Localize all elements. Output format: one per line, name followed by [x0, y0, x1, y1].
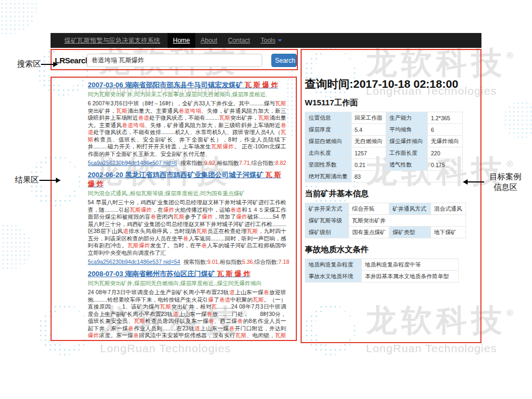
target-case-info-box: 查询时间:2017-10-18 02:18:00 W15117工作面位置信息回采…	[301, 49, 481, 343]
result-item: 2002-06-20 黑龙江省鸡西市鸡西矿业集团公司城子河煤矿 瓦 斯 爆 炸同…	[88, 171, 286, 266]
result-id-link[interactable]: 5ca9a256230b94dc1486e537 nid=54	[88, 259, 180, 265]
target-case-label: 目标案例 信息区	[486, 171, 525, 193]
dotted-circle-decoration	[503, 101, 532, 138]
info-label-cell: 煤矿类型	[389, 227, 431, 238]
result-similarity-note: 同为瓦斯突出矿井,同为回采工作面事故,煤层同无自燃倾向,煤层厚度相近.	[88, 91, 286, 98]
info-value-cell: 83	[351, 171, 386, 182]
info-value-cell: 地下煤矿	[431, 227, 466, 238]
info-value-cell: 综合开拓	[349, 203, 389, 215]
info-table: 地质构造复杂程度地质构造复杂程度中等事故水文地质环境本井田基本属水文地质条件简单…	[305, 259, 459, 282]
info-value-cell: 回采工作面	[351, 112, 386, 124]
info-label-cell: 事故水文地质环境	[305, 271, 362, 282]
result-snippet: 6 2007年3月6日中班（8时～16时），全矿共33人下井作业。其中.....…	[88, 100, 286, 157]
info-label-cell: 工作面长度	[386, 147, 428, 159]
nav-item-contact[interactable]: Contact	[222, 33, 255, 48]
query-time-heading: 查询时间:2017-10-18 02:18:00	[305, 77, 476, 92]
info-value-cell: 0.21	[351, 159, 386, 171]
result-metrics: 搜索指数:9.92,相似指数7.71,综合指数:8.82	[180, 160, 286, 166]
info-label-cell: 走向长度	[305, 147, 352, 159]
info-value-cell: 220	[428, 147, 463, 159]
info-section-title: 当前矿井基本信息	[305, 189, 476, 199]
info-label-cell: 位置信息	[305, 112, 352, 124]
info-section-title: W15117工作面	[305, 98, 476, 108]
info-value-cell	[428, 171, 463, 182]
info-label-cell: 生产能力	[386, 112, 428, 124]
result-title-link[interactable]: 2007-03-06 湖南省邵阳市邵东县牛马司镇宏发煤矿 瓦 斯 爆 炸	[88, 81, 286, 89]
result-metrics: 搜索指数:9.01,相似指数5.36,综合指数:7.18	[184, 259, 289, 265]
info-value-cell: 国有重点煤矿	[349, 227, 389, 238]
info-label-cell: 煤尘爆炸倾向	[386, 136, 428, 147]
caret-down-icon	[278, 39, 282, 41]
result-item: 2008-07-03 湖南省郴州市苏仙区庄门煤矿 瓦 斯 爆 炸同为瓦斯突出矿井…	[88, 270, 286, 341]
info-label-cell: 煤矿瓦斯等级	[305, 215, 349, 227]
result-snippet: 54 早晨八时三十分，鸡西矿业集团公司总经理赵文林下井对城子河矿进行工作检查，随…	[88, 199, 286, 256]
top-navbar: 煤矿瓦斯预警与应急决策支持系统 Home About Contact Tools	[51, 33, 481, 48]
result-footer: 5ca9a256230b94dc1486e537 nid=54搜索指数:9.01…	[88, 259, 286, 266]
navbar-brand[interactable]: 煤矿瓦斯预警与应急决策支持系统	[64, 36, 160, 45]
search-input[interactable]	[87, 54, 262, 67]
info-value-cell: 混合式通风	[431, 203, 466, 215]
result-similarity-note: 同为混合式通风,,相似瓦斯等级,煤层厚度相近,同为国有重点煤矿	[88, 190, 286, 197]
dotted-circle-decoration	[0, 223, 32, 271]
search-area-arrow-icon	[41, 64, 54, 65]
search-area-box: LRSearch Search	[51, 49, 298, 70]
info-label-cell: 煤层厚度	[305, 124, 352, 136]
target-case-arrow-icon	[467, 181, 484, 182]
info-label-cell: 矿井通风方式	[389, 203, 431, 215]
search-area-label: 搜索区	[17, 59, 41, 69]
info-value-cell: 无爆炸倾向	[428, 136, 463, 147]
info-label-cell: 煤矿级别	[305, 227, 349, 238]
info-sections: W15117工作面位置信息回采工作面生产能力1.2*365煤层厚度5.4平均倾角…	[305, 98, 476, 282]
nav-item-about[interactable]: About	[195, 33, 222, 48]
info-value-cell: 无自燃倾向	[351, 136, 386, 147]
page: 龙软科技® LongRuan Technologies 龙软科技® LongRu…	[0, 0, 532, 399]
info-table: 矿井开采方式综合开拓矿井通风方式混合式通风煤矿瓦斯等级瓦斯突出矿井煤矿级别国有重…	[305, 203, 466, 238]
info-table: 位置信息回采工作面生产能力1.2*365煤层厚度5.4平均倾角6煤层自燃倾向无自…	[305, 112, 463, 182]
nav-item-tools[interactable]: Tools	[255, 33, 287, 48]
results-area-label: 结果区	[15, 175, 39, 185]
info-label-cell: 煤层自燃倾向	[305, 136, 352, 147]
info-label-cell: 绝对瓦斯涌出量	[305, 171, 352, 182]
result-footer: 5ca9a256230b94dc1486e507 nid=6搜索指数:9.92,…	[88, 160, 286, 167]
info-label-cell: 平均倾角	[386, 124, 428, 136]
result-title-link[interactable]: 2002-06-20 黑龙江省鸡西市鸡西矿业集团公司城子河煤矿 瓦 斯 爆 炸	[88, 171, 286, 188]
info-value-cell: 6	[428, 124, 463, 136]
info-label-cell: 坚固性系数	[305, 159, 352, 171]
info-value-cell: 0.175	[428, 159, 463, 171]
info-label-cell: 地质构造复杂程度	[305, 259, 362, 271]
result-title-link[interactable]: 2008-07-03 湖南省郴州市苏仙区庄门煤矿 瓦 斯 爆 炸	[88, 270, 286, 278]
info-value-cell: 1257	[351, 147, 386, 159]
result-id-link[interactable]: 5ca9a256230b94dc1486e507 nid=6	[88, 160, 177, 166]
info-label-cell: 矿井开采方式	[305, 203, 349, 215]
dotted-circle-decoration	[0, 0, 37, 35]
info-value-cell: 5.4	[351, 124, 386, 136]
info-value-cell: 瓦斯突出矿井	[349, 215, 466, 227]
info-section-title: 事故地质水文条件	[305, 245, 476, 255]
lrsearch-logo: LRSearch	[55, 56, 90, 65]
result-similarity-note: 同为瓦斯突出矿井,煤层同无自燃倾向,煤层厚度相近,,煤尘同无爆炸倾向	[88, 280, 286, 287]
result-snippet: 24 08年7月3日中班调度会上生产副矿长周小平布置23轨道上山东一煤巷放迎班炮…	[88, 289, 286, 341]
results-area-arrow-icon	[39, 180, 56, 181]
nav-item-tools-label: Tools	[261, 37, 276, 44]
search-button[interactable]: Search	[271, 54, 297, 67]
info-value-cell: 1.2*365	[428, 112, 463, 124]
results-area-box: 2007-03-06 湖南省邵阳市邵东县牛马司镇宏发煤矿 瓦 斯 爆 炸同为瓦斯…	[51, 77, 297, 341]
info-label-cell: 透气性数	[386, 159, 428, 171]
nav-item-home[interactable]: Home	[168, 33, 195, 48]
info-value-cell: 地质构造复杂程度中等	[362, 259, 459, 271]
info-value-cell: 本井田基本属水文地质条件简单型	[362, 271, 459, 282]
result-item: 2007-03-06 湖南省邵阳市邵东县牛马司镇宏发煤矿 瓦 斯 爆 炸同为瓦斯…	[88, 81, 286, 167]
info-value-cell	[386, 171, 428, 182]
